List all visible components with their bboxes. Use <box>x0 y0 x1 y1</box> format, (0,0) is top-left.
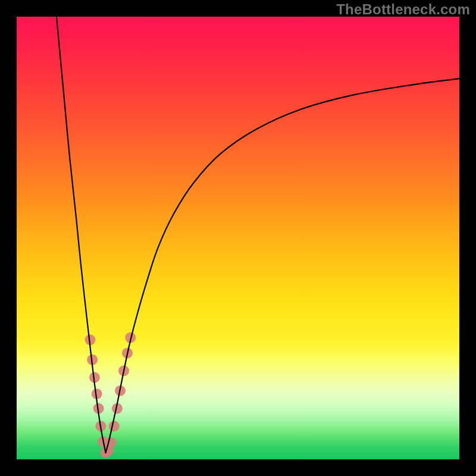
curve-layer <box>17 17 459 459</box>
curve-right-branch <box>106 79 459 453</box>
plot-area <box>17 17 459 459</box>
data-marker <box>109 421 120 431</box>
watermark-text: TheBottleneck.com <box>336 1 470 18</box>
curve-left-branch <box>57 17 106 453</box>
chart-frame: TheBottleneck.com <box>0 0 476 476</box>
